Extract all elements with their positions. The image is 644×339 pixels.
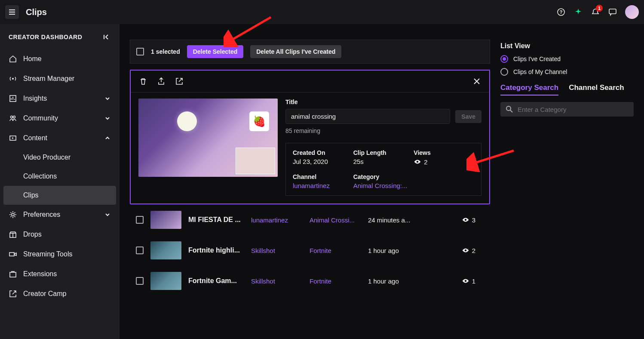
nav-label: Community xyxy=(23,114,58,122)
share-button[interactable] xyxy=(156,77,166,86)
svg-point-8 xyxy=(12,213,14,216)
radio-label: Clips of My Channel xyxy=(513,68,567,75)
row-thumbnail[interactable] xyxy=(150,272,181,290)
radio-clips-created[interactable]: Clips I've Created xyxy=(500,55,634,63)
menu-button[interactable] xyxy=(5,5,19,19)
radio-icon xyxy=(500,68,508,76)
collapse-icon xyxy=(102,33,111,41)
row-title: MI FIESTA DE ... xyxy=(188,216,244,224)
sidebar-item-insights[interactable]: Insights xyxy=(0,89,120,108)
row-channel[interactable]: Skillshot xyxy=(251,277,303,285)
chevron-up-icon xyxy=(104,135,111,142)
search-box xyxy=(500,102,634,117)
chevron-down-icon xyxy=(104,95,111,102)
delete-all-button[interactable]: Delete All Clips I've Created xyxy=(250,45,341,58)
row-checkbox[interactable] xyxy=(136,247,144,254)
select-all-checkbox[interactable] xyxy=(136,48,144,55)
row-channel[interactable]: lunamartinez xyxy=(251,216,303,224)
row-checkbox[interactable] xyxy=(136,277,144,285)
sidebar-item-stream-manager[interactable]: Stream Manager xyxy=(0,69,120,89)
sparkle-button[interactable] xyxy=(573,7,583,17)
help-button[interactable]: ? xyxy=(556,7,566,17)
sidebar-heading: CREATOR DASHBOARD xyxy=(9,34,82,40)
save-button[interactable]: Save xyxy=(455,110,481,123)
sidebar-item-community[interactable]: Community xyxy=(0,108,120,128)
svg-point-5 xyxy=(11,116,13,118)
close-icon xyxy=(473,77,481,85)
selected-count: 1 selected xyxy=(151,48,180,55)
row-category[interactable]: Animal Crossi... xyxy=(310,216,361,224)
row-time: 1 hour ago xyxy=(368,277,424,285)
clip-row[interactable]: Fortnite Gam... Skillshot Fortnite 1 hou… xyxy=(130,265,490,296)
row-thumbnail[interactable] xyxy=(150,211,181,229)
row-thumbnail[interactable] xyxy=(150,241,181,259)
page-title: Clips xyxy=(26,7,47,17)
gear-icon xyxy=(9,210,17,219)
tab-channel-search[interactable]: Channel Search xyxy=(569,83,624,96)
external-icon xyxy=(9,290,17,298)
svg-rect-10 xyxy=(9,253,14,256)
created-on-label: Created On xyxy=(293,149,353,156)
title-input[interactable] xyxy=(285,109,450,124)
svg-text:?: ? xyxy=(560,9,563,15)
notification-badge: 1 xyxy=(596,5,603,12)
collapse-sidebar-button[interactable] xyxy=(102,33,111,41)
sidebar-item-extensions[interactable]: Extensions xyxy=(0,264,120,284)
nav-label: Content xyxy=(23,134,47,142)
radio-clips-channel[interactable]: Clips of My Channel xyxy=(500,68,634,76)
row-time: 24 minutes a... xyxy=(368,216,424,224)
clip-length-value: 25s xyxy=(353,158,414,165)
extensions-icon xyxy=(9,270,17,278)
community-icon xyxy=(9,114,17,123)
sidebar-item-video-producer[interactable]: Video Producer xyxy=(0,148,120,167)
sidebar-item-home[interactable]: Home xyxy=(0,49,120,69)
sidebar-item-streaming-tools[interactable]: Streaming Tools xyxy=(0,244,120,264)
row-checkbox[interactable] xyxy=(136,216,144,224)
sidebar-item-preferences[interactable]: Preferences xyxy=(0,205,120,225)
sidebar-item-creator-camp[interactable]: Creator Camp xyxy=(0,284,120,304)
clip-thumbnail[interactable]: 🍓 xyxy=(138,99,278,177)
tab-category-search[interactable]: Category Search xyxy=(500,83,558,96)
eye-icon xyxy=(462,277,469,285)
avatar[interactable] xyxy=(625,5,639,19)
notifications-button[interactable]: 1 xyxy=(591,7,600,17)
nav-label: Streaming Tools xyxy=(23,250,72,258)
channel-label: Channel xyxy=(293,173,353,180)
channel-link[interactable]: lunamartinez xyxy=(293,182,353,189)
close-button[interactable] xyxy=(472,77,481,86)
hamburger-icon xyxy=(8,8,16,16)
whispers-button[interactable] xyxy=(608,7,617,17)
row-channel[interactable]: Skillshot xyxy=(251,247,303,254)
clip-row[interactable]: MI FIESTA DE ... lunamartinez Animal Cro… xyxy=(130,204,490,235)
row-views: 3 xyxy=(462,216,484,224)
category-link[interactable]: Animal Crossing:... xyxy=(353,182,414,189)
popout-button[interactable] xyxy=(175,77,184,86)
title-label: Title xyxy=(285,99,481,105)
sparkle-icon xyxy=(574,8,583,16)
delete-selected-button[interactable]: Delete Selected xyxy=(187,45,244,58)
content-icon xyxy=(9,134,17,142)
nav-label: Insights xyxy=(23,95,47,102)
nav-label: Home xyxy=(23,55,42,63)
row-views: 1 xyxy=(462,277,484,285)
sidebar: CREATOR DASHBOARD Home Stream Manager In… xyxy=(0,24,120,339)
clip-row[interactable]: Fortnite highli... Skillshot Fortnite 1 … xyxy=(130,235,490,265)
topbar: Clips ? 1 xyxy=(0,0,644,24)
clip-detail-panel: 🍓 Title Save 85 remaining Created On xyxy=(130,70,490,204)
nav-label: Extensions xyxy=(23,270,57,278)
row-category[interactable]: Fortnite xyxy=(310,247,361,254)
chevron-down-icon xyxy=(104,115,111,122)
row-category[interactable]: Fortnite xyxy=(310,277,361,285)
eye-icon xyxy=(414,158,421,166)
category-search-input[interactable] xyxy=(518,106,629,113)
delete-button[interactable] xyxy=(138,77,148,86)
row-views: 2 xyxy=(462,247,484,254)
sidebar-item-content[interactable]: Content xyxy=(0,128,120,148)
eye-icon xyxy=(462,216,469,224)
nav-label: Stream Manager xyxy=(23,75,74,83)
nav-label: Drops xyxy=(23,231,42,238)
sidebar-item-drops[interactable]: Drops xyxy=(0,225,120,244)
svg-point-12 xyxy=(506,106,511,111)
sidebar-item-clips[interactable]: Clips xyxy=(3,186,116,205)
sidebar-item-collections[interactable]: Collections xyxy=(0,167,120,186)
